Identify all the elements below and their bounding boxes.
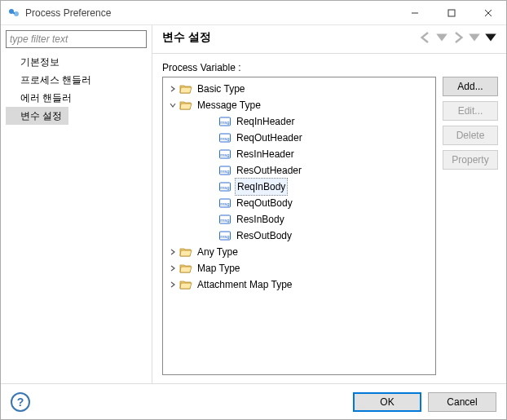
pane-title: 변수 설정 <box>162 30 417 45</box>
tree-row[interactable]: Basic Type <box>165 81 434 97</box>
tree-row[interactable]: Message Type <box>165 97 434 113</box>
filter-input[interactable] <box>6 30 147 48</box>
folder-icon <box>179 99 192 112</box>
svg-text:msg: msg <box>220 185 229 190</box>
tree-label: ReqInHeader <box>235 113 296 130</box>
add-button-label: Add... <box>457 81 483 92</box>
chevron-right-icon[interactable] <box>166 85 179 93</box>
tree-label: Map Type <box>196 260 241 276</box>
tree-label: ReqOutBody <box>235 195 294 211</box>
process-variable-column: Process Variable : Basic TypeMessage Typ… <box>162 62 436 375</box>
tree-row[interactable]: msgReqOutHeader <box>165 130 434 146</box>
tree-row[interactable]: Map Type <box>165 260 434 276</box>
svg-text:msg: msg <box>220 136 229 141</box>
nav-item[interactable]: 에러 핸들러 <box>6 89 147 107</box>
msg-icon: msg <box>218 148 231 161</box>
svg-text:msg: msg <box>220 201 229 206</box>
tree-label: ReqOutHeader <box>235 130 304 146</box>
titlebar: Process Preference <box>1 1 506 25</box>
svg-text:msg: msg <box>220 169 229 174</box>
msg-icon: msg <box>218 213 231 226</box>
svg-text:msg: msg <box>220 153 229 157</box>
svg-text:msg: msg <box>220 218 229 223</box>
tree-label: ResInBody <box>235 211 286 228</box>
tree-label: ResOutBody <box>235 228 293 244</box>
tree-row[interactable]: Any Type <box>165 244 434 260</box>
tree-row[interactable]: msgResInHeader <box>165 146 434 162</box>
tree-label: Attachment Map Type <box>196 276 294 293</box>
delete-button-label: Delete <box>456 130 485 141</box>
property-button-label: Property <box>452 154 488 166</box>
body: 기본정보프로세스 핸들러에러 핸들러변수 설정 변수 설정 Process Va… <box>1 25 506 383</box>
nav-item[interactable]: 프로세스 핸들러 <box>6 71 147 89</box>
pane-body: Process Variable : Basic TypeMessage Typ… <box>152 54 506 383</box>
forward-menu-icon[interactable] <box>467 30 482 45</box>
tree-row[interactable]: msgReqInBody <box>165 179 434 195</box>
back-menu-icon[interactable] <box>434 30 449 45</box>
msg-icon: msg <box>218 164 231 177</box>
button-column: Add... Edit... Delete Property <box>443 77 498 375</box>
minimize-button[interactable] <box>396 1 433 24</box>
pane-header: 변수 설정 <box>152 25 506 54</box>
msg-icon: msg <box>218 115 231 128</box>
right-panel: 변수 설정 Process Variable : Basic TypeMessa… <box>152 25 506 383</box>
tree-label: ReqInBody <box>235 178 288 196</box>
process-variable-tree[interactable]: Basic TypeMessage TypemsgReqInHeadermsgR… <box>162 77 436 375</box>
folder-icon <box>179 278 192 291</box>
footer: ? OK Cancel <box>1 383 506 419</box>
close-button[interactable] <box>470 1 506 24</box>
msg-icon: msg <box>218 197 231 210</box>
cancel-button[interactable]: Cancel <box>428 392 496 412</box>
tree-row[interactable]: msgResOutBody <box>165 228 434 244</box>
chevron-down-icon[interactable] <box>166 101 179 109</box>
tree-label: Any Type <box>196 244 240 260</box>
cancel-button-label: Cancel <box>447 396 477 408</box>
nav-item[interactable]: 기본정보 <box>6 53 147 71</box>
chevron-right-icon[interactable] <box>166 264 179 272</box>
chevron-right-icon[interactable] <box>166 248 179 256</box>
tree-row[interactable]: Attachment Map Type <box>165 276 434 293</box>
svg-rect-4 <box>448 10 455 16</box>
tree-row[interactable]: msgReqOutBody <box>165 195 434 211</box>
forward-icon[interactable] <box>451 30 465 45</box>
delete-button: Delete <box>443 126 498 145</box>
process-variable-label: Process Variable : <box>162 62 436 73</box>
nav-list: 기본정보프로세스 핸들러에러 핸들러변수 설정 <box>6 53 147 125</box>
msg-icon: msg <box>218 180 231 193</box>
msg-icon: msg <box>218 229 231 242</box>
folder-icon <box>179 245 192 259</box>
add-button[interactable]: Add... <box>443 77 498 96</box>
edit-button-label: Edit... <box>458 105 483 117</box>
tree-row[interactable]: msgReqInHeader <box>165 113 434 130</box>
left-panel: 기본정보프로세스 핸들러에러 핸들러변수 설정 <box>1 25 152 383</box>
tree-label: ResInHeader <box>235 146 296 162</box>
help-icon[interactable]: ? <box>11 392 30 412</box>
tree-label: ResOutHeader <box>235 162 303 179</box>
folder-icon <box>179 82 192 95</box>
edit-button: Edit... <box>443 101 498 121</box>
app-icon <box>7 7 20 20</box>
svg-text:msg: msg <box>220 120 229 125</box>
tree-label: Message Type <box>196 97 262 113</box>
pane-menu-icon[interactable] <box>483 30 498 45</box>
chevron-right-icon[interactable] <box>166 281 179 289</box>
svg-rect-2 <box>13 12 15 14</box>
ok-button-label: OK <box>380 396 394 408</box>
tree-row[interactable]: msgResInBody <box>165 211 434 228</box>
back-icon[interactable] <box>418 30 433 45</box>
property-button: Property <box>443 150 498 170</box>
tree-label: Basic Type <box>196 81 246 97</box>
window-title: Process Preference <box>25 7 396 19</box>
msg-icon: msg <box>218 131 231 144</box>
nav-item[interactable]: 변수 설정 <box>6 107 68 125</box>
tree-row[interactable]: msgResOutHeader <box>165 162 434 179</box>
ok-button[interactable]: OK <box>353 392 421 412</box>
window: Process Preference 기본정보프로세스 핸들러에러 핸들러변수 … <box>0 0 507 420</box>
folder-icon <box>179 262 192 275</box>
maximize-button[interactable] <box>433 1 470 24</box>
svg-text:msg: msg <box>220 234 229 239</box>
